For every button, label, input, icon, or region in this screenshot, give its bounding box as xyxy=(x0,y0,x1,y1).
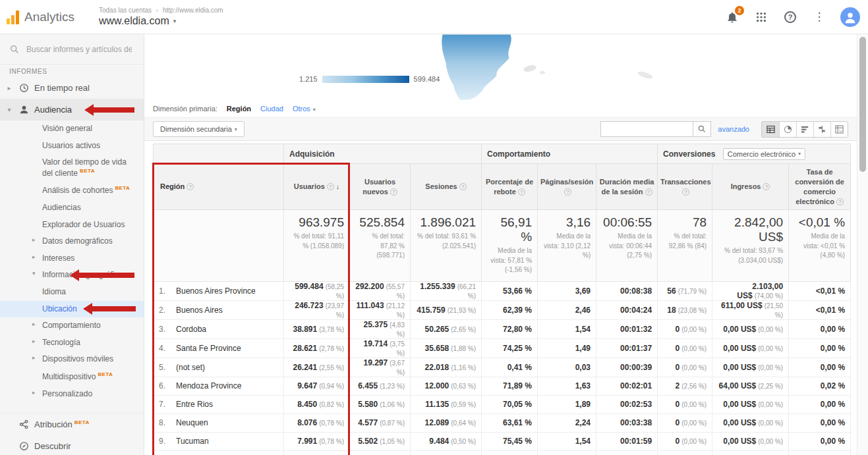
region-name-link[interactable]: Mendoza Province xyxy=(176,381,241,390)
column-header-usuarios[interactable]: Usuarios?↓ xyxy=(284,164,350,210)
sidebar-item-datos-demograficos[interactable]: ▸Datos demográficos xyxy=(0,233,144,250)
metric-value: 9.484 xyxy=(429,437,449,446)
user-avatar[interactable] xyxy=(840,7,860,27)
region-name-link[interactable]: Entre Rios xyxy=(176,400,213,409)
help-icon[interactable]: ? xyxy=(564,188,571,196)
row-rank: 7. xyxy=(159,400,176,409)
sidebar-item-explorador-usuarios[interactable]: Explorador de Usuarios xyxy=(0,217,144,234)
caret-right-icon[interactable]: ▸ xyxy=(32,236,36,244)
help-icon[interactable]: ? xyxy=(763,183,770,190)
beta-badge: BETA xyxy=(115,185,130,191)
breadcrumb-property[interactable]: http://www.eldia.com xyxy=(163,7,223,14)
map-canvas[interactable] xyxy=(144,34,857,100)
sort-descending-icon[interactable]: ↓ xyxy=(336,182,340,190)
sidebar-item-idioma[interactable]: Idioma xyxy=(0,284,144,301)
metric-percentage: (0,94 %) xyxy=(319,383,344,390)
region-name-link[interactable]: Neuquen xyxy=(176,418,208,427)
help-icon[interactable]: ? xyxy=(518,188,525,196)
column-header-paginas-sesion[interactable]: Páginas/sesión? xyxy=(538,164,596,210)
notifications-button[interactable]: 2 xyxy=(724,9,740,25)
sidebar-item-personalizado[interactable]: ▸Personalizado xyxy=(0,386,144,403)
summary-value: 2.842,00 US$ xyxy=(718,215,783,244)
caret-right-icon[interactable]: ▸ xyxy=(32,254,36,261)
column-header-sesiones[interactable]: Sesiones? xyxy=(411,164,482,210)
sidebar-item-dispositivos-moviles[interactable]: ▸Dispositivos móviles xyxy=(0,351,144,368)
region-name-link[interactable]: Cordoba xyxy=(176,325,206,334)
column-header-region[interactable]: Región? xyxy=(154,164,284,210)
caret-right-icon[interactable]: ▸ xyxy=(32,338,36,346)
percentage-view-button[interactable] xyxy=(779,122,796,137)
help-icon[interactable]: ? xyxy=(836,198,844,205)
help-icon[interactable]: ? xyxy=(459,183,467,190)
scrollbar-thumb[interactable] xyxy=(859,37,866,172)
sidebar-item-intereses[interactable]: ▸Intereses xyxy=(0,250,144,267)
more-menu-button[interactable]: ⋮ xyxy=(811,9,827,25)
column-header-transacciones[interactable]: Transacciones? xyxy=(658,164,712,210)
metric-cell-paginas-sesion: 2,24 xyxy=(538,414,596,432)
column-header-tasa-conversion[interactable]: Tasa de conversión de comercio electróni… xyxy=(789,164,851,210)
pivot-view-button[interactable] xyxy=(830,122,848,137)
conversions-type-select[interactable]: Comercio electrónico ▾ xyxy=(723,148,805,160)
caret-down-icon[interactable]: ▾ xyxy=(5,106,13,113)
comparison-view-button[interactable] xyxy=(813,122,830,137)
table-toolbar: Dimensión secundaria ▾ avanzado xyxy=(144,117,857,141)
breadcrumb[interactable]: Todas las cuentas › http://www.eldia.com xyxy=(99,7,223,14)
region-cell: 9.Tucuman xyxy=(154,432,284,450)
table-view-button[interactable] xyxy=(762,122,779,137)
caret-right-icon[interactable]: ▸ xyxy=(32,389,36,397)
help-button[interactable]: ? xyxy=(782,9,798,25)
advanced-search-link[interactable]: avanzado xyxy=(718,125,749,133)
account-selector[interactable]: www.eldia.com ▾ xyxy=(99,15,223,27)
dimension-ciudad[interactable]: Ciudad xyxy=(260,105,283,113)
breadcrumb-accounts[interactable]: Todas las cuentas xyxy=(99,7,152,14)
sidebar-item-atribucion[interactable]: AtribuciónBETA xyxy=(0,413,144,435)
dimension-otros[interactable]: Otros▾ xyxy=(293,105,316,113)
region-name-link[interactable]: Buenos Aires xyxy=(176,306,223,315)
caret-down-icon[interactable]: ▾ xyxy=(32,270,36,278)
performance-view-button[interactable] xyxy=(796,122,813,137)
highlighted-country-region xyxy=(442,34,511,100)
metric-value: 8.450 xyxy=(297,400,317,409)
metric-value: 19.297 xyxy=(364,358,388,367)
sidebar-item-valor-tiempo-vida[interactable]: Valor del tiempo de vida del clienteBETA xyxy=(0,154,144,182)
secondary-dimension-button[interactable]: Dimensión secundaria ▾ xyxy=(153,121,245,137)
sidebar-item-usuarios-activos[interactable]: Usuarios activos xyxy=(0,138,144,155)
region-name-link[interactable]: Santa Fe Province xyxy=(176,344,241,353)
apps-grid-button[interactable] xyxy=(753,9,769,25)
help-icon[interactable]: ? xyxy=(645,188,652,196)
help-icon[interactable]: ? xyxy=(390,188,397,196)
help-icon[interactable]: ? xyxy=(682,188,689,196)
region-name-link[interactable]: Buenos Aires Province xyxy=(176,286,256,296)
analytics-logo[interactable]: Analytics xyxy=(7,10,92,24)
sidebar-item-audiencias[interactable]: Audiencias xyxy=(0,200,144,217)
column-header-usuarios-nuevos[interactable]: Usuarios nuevos? xyxy=(350,164,411,210)
metric-cell-usuarios: 9.647(0,94 %) xyxy=(284,377,350,395)
region-name-link[interactable]: Tucuman xyxy=(176,437,209,446)
table-search-input[interactable] xyxy=(600,121,693,137)
sidebar-item-comportamiento[interactable]: ▸Comportamiento xyxy=(0,317,144,335)
caret-right-icon[interactable]: ▸ xyxy=(32,354,36,362)
metric-percentage: (3,67 %) xyxy=(390,360,405,376)
sidebar-item-vision-general[interactable]: Visión general xyxy=(0,120,144,138)
column-header-porcentaje-rebote[interactable]: Porcentaje de rebote? xyxy=(482,164,538,210)
dimension-region[interactable]: Región xyxy=(227,105,251,113)
sidebar-search[interactable] xyxy=(0,34,144,65)
column-header-ingresos[interactable]: Ingresos? xyxy=(712,164,789,210)
help-icon[interactable]: ? xyxy=(187,183,194,190)
caret-right-icon[interactable]: ▸ xyxy=(32,321,36,329)
sidebar-item-multidispositivo[interactable]: MultidispositivoBETA xyxy=(0,368,144,386)
sidebar-item-tecnologia[interactable]: ▸Tecnología xyxy=(0,335,144,352)
row-rank: 3. xyxy=(159,325,176,334)
region-name-link[interactable]: (not set) xyxy=(176,363,205,372)
metric-value: 1,89 xyxy=(575,400,591,409)
sidebar-item-en-tiempo-real[interactable]: ▸En tiempo real xyxy=(0,77,144,99)
caret-right-icon[interactable]: ▸ xyxy=(5,84,13,92)
help-icon[interactable]: ? xyxy=(327,183,334,190)
metric-percentage: (0,00 %) xyxy=(681,364,707,371)
sidebar-search-input[interactable] xyxy=(26,45,132,54)
sidebar-item-analisis-cohortes[interactable]: Análisis de cohortesBETA xyxy=(0,182,144,200)
summary-value: 963.975 xyxy=(289,215,344,230)
table-search-button[interactable] xyxy=(693,121,711,137)
sidebar-item-descubrir[interactable]: Descubrir xyxy=(0,435,144,455)
column-header-duracion-media[interactable]: Duración media de la sesión? xyxy=(596,164,658,210)
